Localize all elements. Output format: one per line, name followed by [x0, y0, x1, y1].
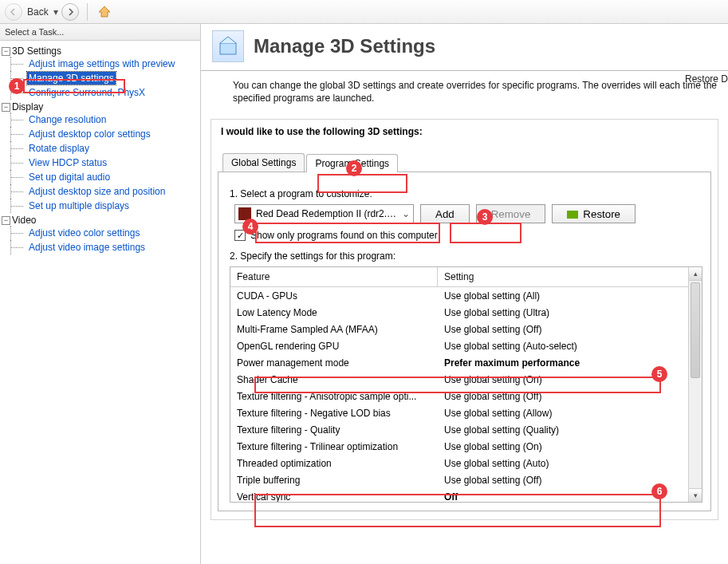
tree-item[interactable]: Rotate display [27, 142, 91, 155]
cell-setting: Use global setting (Off) [438, 324, 688, 335]
tab-body: 1. Select a program to customize: Red De… [218, 172, 711, 511]
cell-setting: Use global setting (Off) [438, 391, 688, 402]
tab-global-settings[interactable]: Global Settings [222, 153, 305, 172]
home-button[interactable] [96, 3, 113, 21]
restore-button[interactable]: Restore [552, 204, 636, 223]
tree-item[interactable]: View HDCP status [27, 156, 108, 169]
add-button[interactable]: Add [420, 204, 470, 223]
cell-setting: Use global setting (Auto-select) [438, 341, 688, 352]
svg-rect-0 [220, 43, 236, 54]
intro-text: You can change the global 3D settings an… [201, 71, 728, 112]
task-tree: −3D SettingsAdjust image settings with p… [0, 41, 200, 258]
tree-item[interactable]: Adjust desktop color settings [27, 128, 152, 140]
table-row[interactable]: Shader CacheUse global setting (On) [230, 371, 688, 388]
cell-feature: Multi-Frame Sampled AA (MFAA) [230, 324, 438, 335]
cell-feature: Vertical sync [230, 491, 438, 503]
tabs: Global Settings Program Settings [218, 153, 711, 172]
tree-item[interactable]: Adjust image settings with preview [27, 57, 176, 70]
content-pane: Manage 3D Settings Restore D You can cha… [201, 24, 728, 564]
forward-button[interactable] [61, 3, 79, 21]
page-title: Manage 3D Settings [254, 35, 435, 57]
restore-defaults-link[interactable]: Restore D [685, 73, 728, 85]
tree-category-label[interactable]: 3D Settings [12, 45, 61, 57]
cell-feature: Texture filtering - Negative LOD bias [230, 408, 438, 419]
table-row[interactable]: Texture filtering - Negative LOD biasUse… [230, 404, 688, 421]
cell-setting: Use global setting (On) [438, 441, 688, 452]
tab-program-settings[interactable]: Program Settings [306, 154, 398, 172]
col-setting[interactable]: Setting [438, 267, 688, 286]
table-row[interactable]: Multi-Frame Sampled AA (MFAA)Use global … [230, 321, 688, 337]
remove-button: Remove [476, 204, 546, 223]
tree-item[interactable]: Adjust video color settings [27, 227, 141, 239]
col-feature[interactable]: Feature [230, 267, 438, 286]
settings-group: I would like to use the following 3D set… [211, 119, 718, 520]
cell-feature: Low Latency Mode [230, 307, 438, 318]
tree-toggle[interactable]: − [2, 47, 10, 56]
cell-feature: CUDA - GPUs [230, 290, 438, 302]
tree-item[interactable]: Adjust desktop size and position [27, 185, 167, 198]
table-row[interactable]: OpenGL rendering GPUUse global setting (… [230, 337, 688, 354]
tree-category-label[interactable]: Display [12, 101, 43, 112]
step2-label: 2. Specify the settings for this program… [230, 250, 702, 262]
group-title: I would like to use the following 3D set… [218, 126, 426, 137]
tree-toggle[interactable]: − [2, 216, 10, 225]
tree-toggle[interactable]: − [2, 103, 10, 112]
tree-item[interactable]: Set up digital audio [27, 171, 112, 183]
sidebar-header: Select a Task... [0, 24, 200, 41]
chevron-down-icon: ⌄ [402, 208, 410, 219]
table-row[interactable]: Vertical syncOff [230, 488, 688, 502]
tree-item[interactable]: Manage 3D settings [27, 72, 116, 85]
cell-feature: OpenGL rendering GPU [230, 341, 438, 352]
table-row[interactable]: CUDA - GPUsUse global setting (All) [230, 287, 688, 304]
cell-feature: Texture filtering - Trilinear optimizati… [230, 441, 438, 452]
scroll-track[interactable] [689, 281, 702, 488]
cell-setting: Use global setting (Auto) [438, 458, 688, 469]
sidebar: Select a Task... −3D SettingsAdjust imag… [0, 24, 201, 564]
table-row[interactable]: Texture filtering - Anisotropic sample o… [230, 388, 688, 404]
tree-item[interactable]: Change resolution [27, 113, 108, 126]
table-row[interactable]: Power management modePrefer maximum perf… [230, 354, 688, 371]
table-row[interactable]: Triple bufferingUse global setting (Off) [230, 471, 688, 488]
cell-feature: Threaded optimization [230, 458, 438, 469]
cell-feature: Texture filtering - Quality [230, 424, 438, 436]
cell-feature: Triple buffering [230, 475, 438, 486]
table-row[interactable]: Low Latency ModeUse global setting (Ultr… [230, 304, 688, 321]
settings-table: Feature Setting CUDA - GPUsUse global se… [230, 266, 702, 503]
tree-item[interactable]: Adjust video image settings [27, 241, 147, 254]
program-select[interactable]: Red Dead Redemption II (rdr2.e... ⌄ [234, 204, 414, 223]
program-selected-text: Red Dead Redemption II (rdr2.e... [256, 208, 397, 219]
cell-setting: Use global setting (Off) [438, 475, 688, 486]
back-label: Back [27, 6, 49, 18]
program-icon [238, 207, 251, 220]
show-only-checkbox[interactable]: ✓ [234, 230, 246, 241]
cell-setting: Use global setting (On) [438, 374, 688, 385]
cell-setting: Off [438, 491, 688, 503]
toolbar-separator [87, 3, 88, 21]
scroll-down-button[interactable]: ▾ [689, 488, 702, 502]
cell-setting: Use global setting (Ultra) [438, 307, 688, 318]
back-dropdown-icon[interactable]: ▾ [53, 6, 58, 18]
back-button[interactable] [5, 3, 22, 21]
scrollbar[interactable]: ▴ ▾ [688, 267, 702, 502]
table-row[interactable]: Texture filtering - Trilinear optimizati… [230, 438, 688, 455]
tree-category-label[interactable]: Video [12, 215, 36, 226]
cell-setting: Use global setting (Quality) [438, 424, 688, 436]
tree-item[interactable]: Set up multiple displays [27, 199, 131, 212]
cell-setting: Use global setting (All) [438, 290, 688, 302]
cell-setting: Use global setting (Allow) [438, 408, 688, 419]
cell-feature: Power management mode [230, 357, 438, 369]
nvidia-icon [567, 211, 578, 219]
step1-label: 1. Select a program to customize: [230, 188, 702, 199]
table-row[interactable]: Threaded optimizationUse global setting … [230, 455, 688, 471]
tree-item[interactable]: Configure Surround, PhysX [27, 86, 147, 99]
restore-button-label: Restore [583, 208, 620, 220]
scroll-up-button[interactable]: ▴ [689, 267, 702, 281]
cell-setting: Prefer maximum performance [438, 357, 688, 369]
cell-feature: Texture filtering - Anisotropic sample o… [230, 391, 438, 402]
toolbar: Back ▾ [0, 0, 728, 24]
scroll-thumb[interactable] [691, 282, 700, 378]
page-icon [212, 30, 244, 62]
table-row[interactable]: Texture filtering - QualityUse global se… [230, 421, 688, 438]
show-only-label: Show only programs found on this compute… [250, 230, 438, 241]
cell-feature: Shader Cache [230, 374, 438, 385]
